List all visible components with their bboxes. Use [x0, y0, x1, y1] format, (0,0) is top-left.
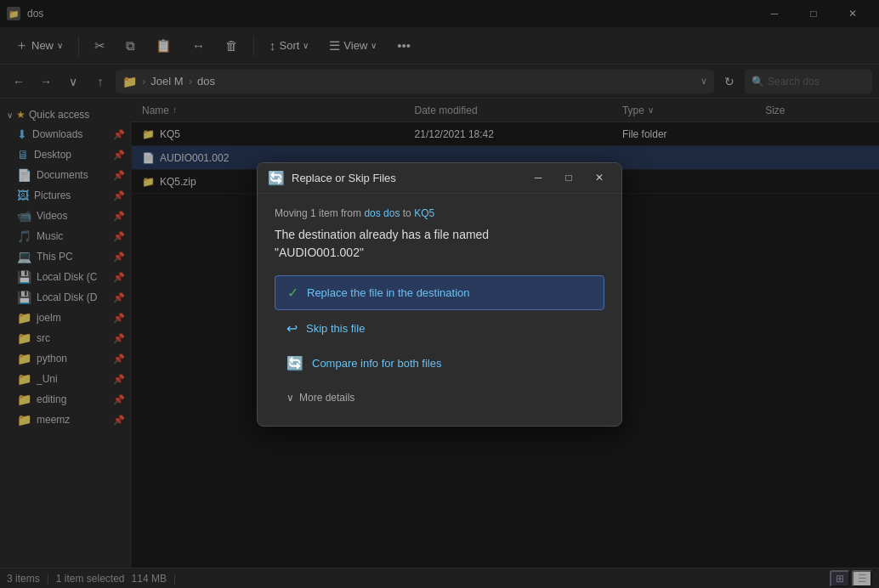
more-details-label: More details	[299, 392, 354, 404]
more-details[interactable]: ∨ More details	[275, 383, 604, 412]
dialog-title-icon: 🔄	[268, 170, 285, 186]
replace-option[interactable]: ✓ Replace the file in the destination	[275, 275, 604, 310]
dialog-minimize-button[interactable]: ─	[526, 166, 550, 189]
dialog-title-bar: 🔄 Replace or Skip Files ─ □ ✕	[258, 163, 621, 194]
description-prefix: The destination already has a file named	[275, 228, 489, 241]
skip-option-text: Skip this file	[306, 322, 365, 335]
compare-icon: 🔄	[286, 355, 303, 371]
replace-option-text: Replace the file in the destination	[307, 286, 470, 299]
subtitle-to-text: KQ5	[414, 207, 434, 219]
dialog-subtitle: Moving 1 item from dos dos to KQ5	[275, 207, 604, 219]
subtitle-prefix: Moving 1 item from	[275, 207, 361, 219]
subtitle-from-text: dos	[383, 207, 400, 219]
dialog-description: The destination already has a file named…	[275, 226, 604, 262]
compare-option-text: Compare info for both files	[312, 357, 441, 370]
subtitle-connector: to	[403, 207, 414, 219]
dialog-title: Replace or Skip Files	[292, 172, 519, 184]
chevron-down-icon: ∨	[286, 392, 294, 404]
dialog-body: Moving 1 item from dos dos to KQ5 The de…	[258, 194, 621, 426]
dialog-overlay: 🔄 Replace or Skip Files ─ □ ✕ Moving 1 i…	[0, 0, 879, 588]
skip-icon: ↩	[286, 320, 298, 336]
dialog-close-button[interactable]: ✕	[587, 166, 611, 189]
subtitle-from: dos	[364, 207, 380, 219]
description-filename: "AUDIO001.002"	[275, 246, 364, 259]
replace-check-icon: ✓	[287, 285, 298, 301]
replace-skip-dialog: 🔄 Replace or Skip Files ─ □ ✕ Moving 1 i…	[257, 162, 622, 427]
compare-option[interactable]: 🔄 Compare info for both files	[275, 347, 604, 380]
skip-option[interactable]: ↩ Skip this file	[275, 312, 604, 345]
dialog-maximize-button[interactable]: □	[557, 166, 581, 189]
